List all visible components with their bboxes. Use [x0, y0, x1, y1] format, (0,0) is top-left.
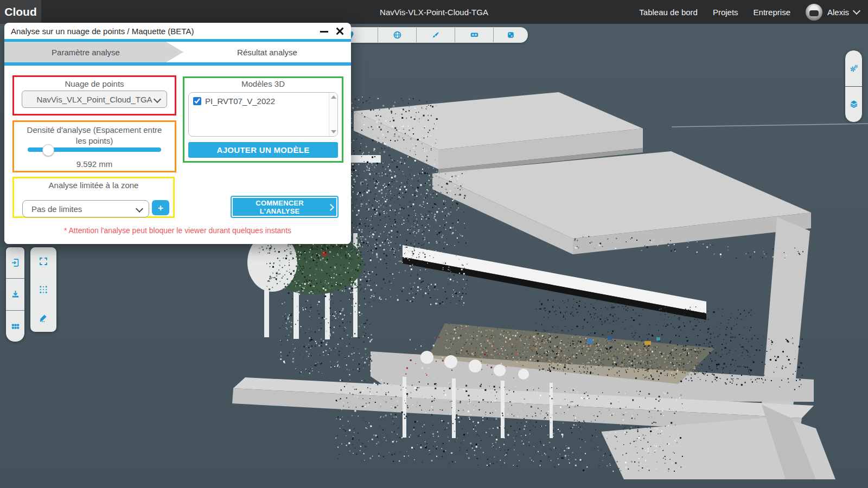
- start-analysis-label: COMMENCER L'ANALYSE: [236, 199, 323, 215]
- toolbar-button-vr-headset[interactable]: [455, 28, 493, 42]
- nav-item-company[interactable]: Entreprise: [754, 8, 790, 17]
- gears-icon: [849, 63, 859, 73]
- toolbar-button-globe[interactable]: [378, 28, 416, 42]
- left-tool-panel-a: [5, 247, 25, 342]
- user-name: Alexis: [827, 8, 849, 17]
- paintbrush-icon: [431, 30, 441, 40]
- toolbar-button-domino[interactable]: [493, 28, 527, 42]
- model-name: PI_RVT07_V_2022: [205, 97, 275, 106]
- domino-icon: [506, 30, 515, 40]
- globe-icon: [393, 30, 402, 40]
- add-zone-button[interactable]: +: [152, 200, 169, 215]
- right-tool-panel: [845, 50, 863, 123]
- panel-button-layers[interactable]: [845, 86, 862, 123]
- listbox-scrollbar[interactable]: [329, 93, 337, 136]
- model-checkbox[interactable]: [193, 97, 201, 105]
- nav-item-dashboard[interactable]: Tableau de bord: [639, 8, 698, 17]
- chevron-right-icon: [327, 204, 334, 211]
- chevron-down-icon: [853, 7, 860, 15]
- viewer-toolbar: [324, 27, 528, 43]
- close-icon[interactable]: [335, 27, 344, 36]
- minimize-icon[interactable]: [320, 31, 328, 33]
- dialog-title: Analyse sur un nuage de points / Maquett…: [11, 27, 194, 36]
- left-tool-panel-b: [30, 247, 57, 332]
- model-row: PI_RVT07_V_2022: [189, 93, 337, 106]
- vr-headset-icon: [470, 30, 479, 40]
- avatar: [806, 4, 822, 21]
- point-cloud-label: Nuage de points: [14, 79, 175, 88]
- density-fieldset: Densité d'analyse (Espacement entre les …: [12, 120, 176, 172]
- warning-text: * Attention l'analyse peut bloquer le vi…: [4, 226, 351, 235]
- scroll-down-icon[interactable]: [331, 130, 336, 133]
- user-menu[interactable]: Alexis: [806, 4, 859, 21]
- fullscreen-icon: [39, 256, 48, 266]
- panel-button-fullscreen[interactable]: [30, 247, 56, 275]
- top-bar: Cloud NavVis-VLX-Point-Cloud-TGA Tableau…: [0, 0, 868, 24]
- panel-button-measure-pen[interactable]: [30, 304, 56, 332]
- point-cloud-select[interactable]: NavVis_VLX_Point_Cloud_TGA: [22, 91, 167, 108]
- density-value: 9.592 mm: [14, 159, 175, 169]
- dialog-titlebar: Analyse sur un nuage de points / Maquett…: [4, 23, 351, 39]
- analysis-dialog: Analyse sur un nuage de points / Maquett…: [4, 23, 351, 244]
- measure-pen-icon: [39, 313, 48, 323]
- panel-button-file-export[interactable]: [6, 247, 24, 278]
- panel-button-download[interactable]: [6, 278, 24, 310]
- download-icon: [11, 290, 20, 299]
- zone-label: Analyse limitée à la zone: [14, 181, 173, 190]
- grid-icon: [11, 322, 20, 331]
- start-analysis-button[interactable]: COMMENCER L'ANALYSE: [232, 197, 337, 217]
- panel-button-grid[interactable]: [6, 310, 24, 342]
- add-model-button[interactable]: AJOUTER UN MODÈLE: [188, 142, 338, 158]
- models-fieldset: Modèles 3D PI_RVT07_V_2022 AJOUTER UN MO…: [183, 76, 343, 163]
- brand-logo[interactable]: Cloud: [0, 0, 41, 24]
- dialog-tabs: Paramètre analyse Résultat analyse: [4, 42, 351, 62]
- scroll-up-icon[interactable]: [331, 95, 336, 99]
- file-export-icon: [11, 258, 20, 267]
- panel-button-gears[interactable]: [845, 50, 862, 86]
- models-label: Modèles 3D: [184, 79, 342, 88]
- dialog-content: Nuage de points NavVis_VLX_Point_Cloud_T…: [4, 66, 351, 244]
- density-slider-thumb[interactable]: [42, 144, 54, 156]
- main-nav: Tableau de bord Projets Entreprise Alexi…: [639, 0, 859, 24]
- zone-select[interactable]: Pas de limites: [22, 200, 149, 217]
- panel-button-point-grid[interactable]: [30, 275, 56, 304]
- tab-result-analysis[interactable]: [183, 42, 351, 62]
- point-cloud-fieldset: Nuage de points NavVis_VLX_Point_Cloud_T…: [12, 75, 176, 115]
- layers-icon: [849, 99, 859, 109]
- point-grid-icon: [39, 285, 48, 294]
- models-listbox: PI_RVT07_V_2022: [188, 92, 338, 137]
- density-slider[interactable]: [28, 147, 161, 152]
- density-label: Densité d'analyse (Espacement entre les …: [24, 125, 165, 146]
- zone-fieldset: Analyse limitée à la zone Pas de limites…: [12, 177, 175, 218]
- tab-parameter-analysis[interactable]: [4, 42, 183, 62]
- toolbar-button-paintbrush[interactable]: [416, 28, 455, 42]
- nav-item-projects[interactable]: Projets: [713, 8, 738, 17]
